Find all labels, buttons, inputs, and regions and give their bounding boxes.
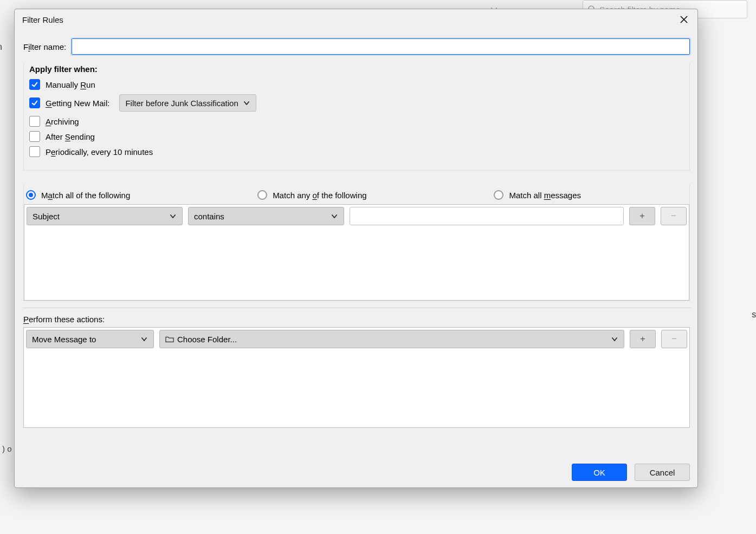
after-sending-checkbox[interactable] [29,131,40,142]
apply-when-section: Apply filter when: Manually Run Getting … [23,63,690,171]
getting-new-mail-checkbox[interactable] [29,97,40,108]
chevron-down-icon [331,212,338,220]
folder-icon [165,335,174,343]
action-type-select[interactable]: Move Message to [26,330,154,348]
background-left-text: un [0,42,2,52]
check-icon [31,81,38,88]
condition-field-select[interactable]: Subject [27,207,183,225]
match-any-label: Match any of the following [273,191,366,200]
chevron-down-icon [140,335,148,343]
manually-run-checkbox[interactable] [29,79,40,90]
condition-operator-select[interactable]: contains [188,207,344,225]
junk-classification-select[interactable]: Filter before Junk Classification [119,94,256,112]
action-folder-select[interactable]: Choose Folder... [159,330,624,348]
match-any-radio[interactable]: Match any of the following [257,190,366,200]
getting-new-mail-label: Getting New Mail: [46,99,109,108]
filter-name-label: Filter name: [23,42,66,51]
manually-run-label: Manually Run [46,80,95,89]
radio-icon [26,190,36,200]
archiving-label: Archiving [46,117,79,126]
dialog-title: Filter Rules [22,15,63,24]
archiving-checkbox[interactable] [29,116,40,127]
background-right-text: se t [752,310,756,320]
dialog-titlebar: Filter Rules [15,9,697,30]
apply-when-title: Apply filter when: [29,64,684,74]
filter-rules-dialog: Filter Rules Filter name: Apply filter w… [14,9,698,488]
match-all-label: Match all of the following [41,191,130,200]
junk-classification-value: Filter before Junk Classification [125,99,238,108]
periodically-checkbox[interactable] [29,146,40,157]
remove-action-button[interactable]: − [661,330,687,348]
section-divider [22,308,691,308]
radio-icon [257,190,267,200]
remove-condition-button[interactable]: − [661,207,687,225]
filter-name-input[interactable] [72,38,690,55]
check-icon [31,100,38,106]
match-all-messages-label: Match all messages [509,191,581,200]
close-icon [680,16,688,23]
add-condition-button[interactable]: + [629,207,655,225]
cancel-button[interactable]: Cancel [635,464,690,481]
condition-operator-value: contains [194,212,224,221]
after-sending-label: After Sending [46,132,95,141]
background-bottom-text: ) o [2,444,12,453]
chevron-down-icon [169,212,177,220]
match-section: Match all of the following Match any of … [23,185,690,301]
periodically-label: Periodically, every 10 minutes [46,147,153,157]
action-row: Move Message to Choose Folder... + − [26,330,687,348]
chevron-down-icon [243,99,250,107]
perform-actions-label: Perform these actions: [23,315,690,324]
close-button[interactable] [676,12,692,27]
add-action-button[interactable]: + [630,330,656,348]
radio-icon [494,190,503,200]
action-folder-value: Choose Folder... [177,335,237,344]
conditions-list: Subject contains + − [24,204,689,301]
condition-value-input[interactable] [350,207,624,225]
match-all-radio[interactable]: Match all of the following [26,190,130,200]
actions-list: Move Message to Choose Folder... + − [23,327,690,428]
chevron-down-icon [611,335,618,343]
match-all-messages-radio[interactable]: Match all messages [494,190,581,200]
condition-row: Subject contains + − [27,207,687,225]
ok-button[interactable]: OK [572,464,627,481]
dialog-footer: OK Cancel [15,456,697,487]
action-type-value: Move Message to [32,335,96,344]
condition-field-value: Subject [33,212,60,221]
